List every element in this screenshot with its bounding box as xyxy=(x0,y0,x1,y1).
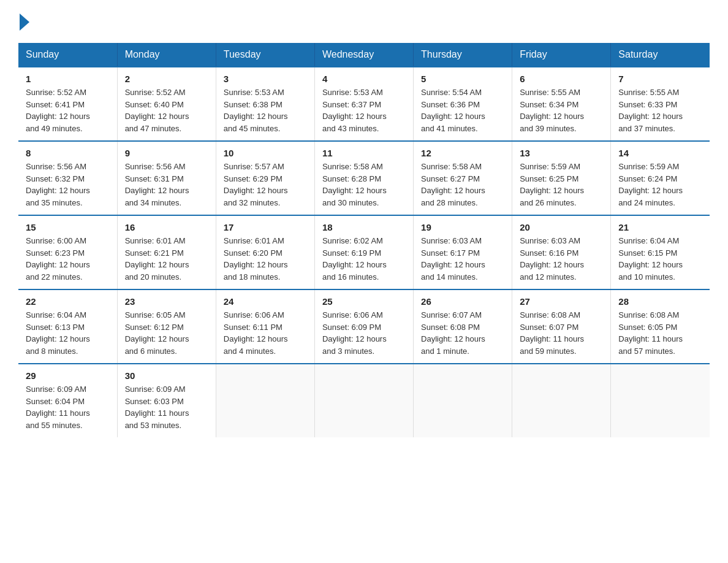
day-cell: 17Sunrise: 6:01 AMSunset: 6:20 PMDayligh… xyxy=(216,215,314,289)
day-info: Sunrise: 6:06 AMSunset: 6:09 PMDaylight:… xyxy=(322,309,406,357)
day-number: 17 xyxy=(224,222,307,232)
day-number: 10 xyxy=(224,148,307,158)
day-cell: 2Sunrise: 5:52 AMSunset: 6:40 PMDaylight… xyxy=(117,67,216,141)
day-cell: 30Sunrise: 6:09 AMSunset: 6:03 PMDayligh… xyxy=(117,364,216,437)
day-number: 26 xyxy=(421,296,504,307)
day-number: 13 xyxy=(520,148,603,158)
day-cell: 26Sunrise: 6:07 AMSunset: 6:08 PMDayligh… xyxy=(414,289,512,364)
day-number: 12 xyxy=(421,148,504,158)
calendar-body: 1Sunrise: 5:52 AMSunset: 6:41 PMDaylight… xyxy=(18,67,710,437)
logo-arrow-icon xyxy=(20,13,29,31)
week-row-1: 1Sunrise: 5:52 AMSunset: 6:41 PMDaylight… xyxy=(18,67,710,141)
day-info: Sunrise: 5:58 AMSunset: 6:27 PMDaylight:… xyxy=(421,161,504,209)
day-cell: 18Sunrise: 6:02 AMSunset: 6:19 PMDayligh… xyxy=(314,215,413,289)
day-number: 25 xyxy=(322,296,406,307)
day-cell: 7Sunrise: 5:55 AMSunset: 6:33 PMDaylight… xyxy=(611,67,710,141)
day-number: 11 xyxy=(322,148,406,158)
day-number: 18 xyxy=(322,222,406,232)
day-info: Sunrise: 5:55 AMSunset: 6:34 PMDaylight:… xyxy=(520,86,603,134)
day-cell: 12Sunrise: 5:58 AMSunset: 6:27 PMDayligh… xyxy=(414,141,512,215)
day-info: Sunrise: 6:09 AMSunset: 6:03 PMDaylight:… xyxy=(125,383,208,431)
day-cell xyxy=(314,364,413,437)
day-cell: 16Sunrise: 6:01 AMSunset: 6:21 PMDayligh… xyxy=(117,215,216,289)
header-cell-monday: Monday xyxy=(117,43,216,67)
day-info: Sunrise: 5:58 AMSunset: 6:28 PMDaylight:… xyxy=(322,161,406,209)
day-info: Sunrise: 6:05 AMSunset: 6:12 PMDaylight:… xyxy=(125,309,208,357)
day-cell: 24Sunrise: 6:06 AMSunset: 6:11 PMDayligh… xyxy=(216,289,314,364)
week-row-5: 29Sunrise: 6:09 AMSunset: 6:04 PMDayligh… xyxy=(18,364,710,437)
day-info: Sunrise: 6:03 AMSunset: 6:16 PMDaylight:… xyxy=(520,235,603,283)
day-number: 23 xyxy=(125,296,208,307)
day-number: 9 xyxy=(125,148,208,158)
header-cell-tuesday: Tuesday xyxy=(216,43,314,67)
day-cell: 29Sunrise: 6:09 AMSunset: 6:04 PMDayligh… xyxy=(18,364,117,437)
day-cell: 10Sunrise: 5:57 AMSunset: 6:29 PMDayligh… xyxy=(216,141,314,215)
day-cell: 15Sunrise: 6:00 AMSunset: 6:23 PMDayligh… xyxy=(18,215,117,289)
day-cell xyxy=(414,364,512,437)
day-cell: 25Sunrise: 6:06 AMSunset: 6:09 PMDayligh… xyxy=(314,289,413,364)
day-info: Sunrise: 6:04 AMSunset: 6:15 PMDaylight:… xyxy=(618,235,702,283)
day-info: Sunrise: 6:00 AMSunset: 6:23 PMDaylight:… xyxy=(26,235,110,283)
day-info: Sunrise: 5:59 AMSunset: 6:24 PMDaylight:… xyxy=(618,161,702,209)
header-row: SundayMondayTuesdayWednesdayThursdayFrid… xyxy=(18,43,710,67)
day-info: Sunrise: 6:09 AMSunset: 6:04 PMDaylight:… xyxy=(26,383,110,431)
day-info: Sunrise: 5:53 AMSunset: 6:38 PMDaylight:… xyxy=(224,86,307,134)
header-cell-sunday: Sunday xyxy=(18,43,117,67)
day-number: 24 xyxy=(224,296,307,307)
day-cell: 19Sunrise: 6:03 AMSunset: 6:17 PMDayligh… xyxy=(414,215,512,289)
day-number: 14 xyxy=(618,148,702,158)
day-number: 3 xyxy=(224,74,307,84)
day-cell xyxy=(216,364,314,437)
header-cell-wednesday: Wednesday xyxy=(314,43,413,67)
day-info: Sunrise: 5:52 AMSunset: 6:41 PMDaylight:… xyxy=(26,86,110,134)
day-info: Sunrise: 5:56 AMSunset: 6:32 PMDaylight:… xyxy=(26,161,110,209)
page-header xyxy=(18,18,710,31)
day-cell: 22Sunrise: 6:04 AMSunset: 6:13 PMDayligh… xyxy=(18,289,117,364)
header-cell-friday: Friday xyxy=(512,43,611,67)
day-number: 8 xyxy=(26,148,110,158)
day-number: 21 xyxy=(618,222,702,232)
day-number: 7 xyxy=(618,74,702,84)
day-cell: 14Sunrise: 5:59 AMSunset: 6:24 PMDayligh… xyxy=(611,141,710,215)
week-row-4: 22Sunrise: 6:04 AMSunset: 6:13 PMDayligh… xyxy=(18,289,710,364)
day-info: Sunrise: 6:07 AMSunset: 6:08 PMDaylight:… xyxy=(421,309,504,357)
day-cell: 9Sunrise: 5:56 AMSunset: 6:31 PMDaylight… xyxy=(117,141,216,215)
calendar-table: SundayMondayTuesdayWednesdayThursdayFrid… xyxy=(18,43,710,437)
day-number: 30 xyxy=(125,370,208,381)
day-cell: 13Sunrise: 5:59 AMSunset: 6:25 PMDayligh… xyxy=(512,141,611,215)
day-info: Sunrise: 6:02 AMSunset: 6:19 PMDaylight:… xyxy=(322,235,406,283)
day-number: 6 xyxy=(520,74,603,84)
day-cell: 1Sunrise: 5:52 AMSunset: 6:41 PMDaylight… xyxy=(18,67,117,141)
day-number: 22 xyxy=(26,296,110,307)
day-number: 27 xyxy=(520,296,603,307)
day-cell: 21Sunrise: 6:04 AMSunset: 6:15 PMDayligh… xyxy=(611,215,710,289)
day-cell: 28Sunrise: 6:08 AMSunset: 6:05 PMDayligh… xyxy=(611,289,710,364)
day-number: 16 xyxy=(125,222,208,232)
day-info: Sunrise: 5:53 AMSunset: 6:37 PMDaylight:… xyxy=(322,86,406,134)
day-number: 19 xyxy=(421,222,504,232)
day-info: Sunrise: 5:52 AMSunset: 6:40 PMDaylight:… xyxy=(125,86,208,134)
logo xyxy=(18,18,29,31)
day-info: Sunrise: 5:59 AMSunset: 6:25 PMDaylight:… xyxy=(520,161,603,209)
day-cell: 27Sunrise: 6:08 AMSunset: 6:07 PMDayligh… xyxy=(512,289,611,364)
day-info: Sunrise: 5:57 AMSunset: 6:29 PMDaylight:… xyxy=(224,161,307,209)
day-cell: 5Sunrise: 5:54 AMSunset: 6:36 PMDaylight… xyxy=(414,67,512,141)
day-cell: 3Sunrise: 5:53 AMSunset: 6:38 PMDaylight… xyxy=(216,67,314,141)
day-cell: 6Sunrise: 5:55 AMSunset: 6:34 PMDaylight… xyxy=(512,67,611,141)
calendar-header: SundayMondayTuesdayWednesdayThursdayFrid… xyxy=(18,43,710,67)
day-number: 2 xyxy=(125,74,208,84)
day-info: Sunrise: 6:01 AMSunset: 6:20 PMDaylight:… xyxy=(224,235,307,283)
day-cell: 11Sunrise: 5:58 AMSunset: 6:28 PMDayligh… xyxy=(314,141,413,215)
day-info: Sunrise: 5:56 AMSunset: 6:31 PMDaylight:… xyxy=(125,161,208,209)
day-number: 15 xyxy=(26,222,110,232)
day-info: Sunrise: 5:54 AMSunset: 6:36 PMDaylight:… xyxy=(421,86,504,134)
day-cell: 23Sunrise: 6:05 AMSunset: 6:12 PMDayligh… xyxy=(117,289,216,364)
header-cell-thursday: Thursday xyxy=(414,43,512,67)
day-cell xyxy=(611,364,710,437)
header-cell-saturday: Saturday xyxy=(611,43,710,67)
day-info: Sunrise: 6:03 AMSunset: 6:17 PMDaylight:… xyxy=(421,235,504,283)
day-info: Sunrise: 6:04 AMSunset: 6:13 PMDaylight:… xyxy=(26,309,110,357)
day-number: 5 xyxy=(421,74,504,84)
day-cell: 20Sunrise: 6:03 AMSunset: 6:16 PMDayligh… xyxy=(512,215,611,289)
day-info: Sunrise: 6:08 AMSunset: 6:05 PMDaylight:… xyxy=(618,309,702,357)
